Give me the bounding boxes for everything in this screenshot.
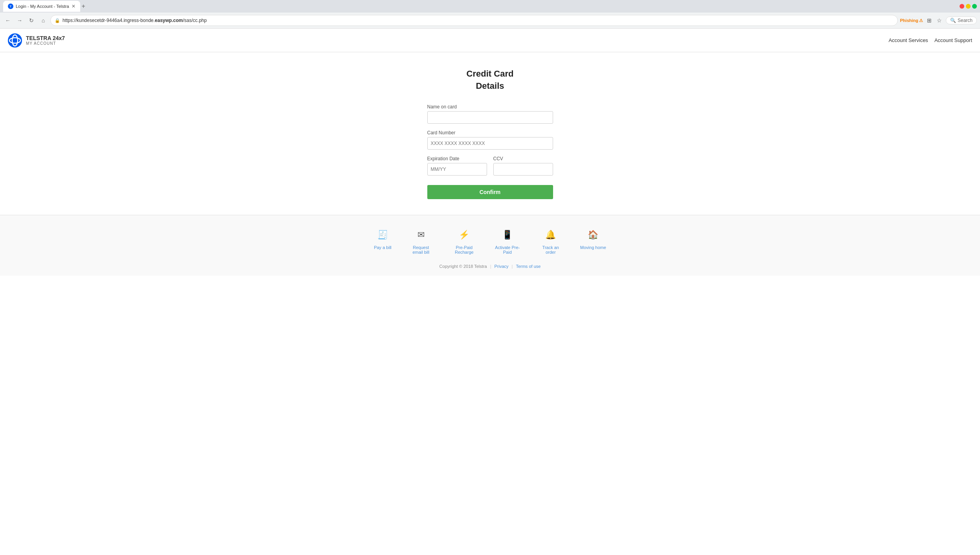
address-bar: ← → ↻ ⌂ 🔒 https://kundesecetdr-9446a4.in… [0, 13, 980, 28]
new-tab-button[interactable]: + [82, 3, 85, 10]
name-on-card-group: Name on card [427, 104, 553, 124]
name-on-card-label: Name on card [427, 104, 553, 110]
confirm-button[interactable]: Confirm [427, 185, 553, 199]
svg-point-0 [8, 33, 22, 48]
ccv-input[interactable] [493, 163, 553, 176]
card-number-group: Card Number [427, 130, 553, 150]
privacy-link[interactable]: Privacy [495, 264, 509, 269]
expiry-date-label: Expiration Date [427, 156, 487, 161]
window-controls [960, 4, 977, 9]
moving-home-label: Moving home [580, 245, 606, 250]
logo-subtitle: MY ACCOUNT [26, 41, 65, 46]
moving-home-icon: 🏠 [585, 227, 601, 243]
prepaid-recharge-label: Pre-Paid Recharge [450, 245, 478, 255]
footer-icons: 🧾 Pay a bill ✉ Request email bill ⚡ Pre-… [374, 227, 606, 255]
card-number-input[interactable] [427, 137, 553, 150]
request-email-bill-icon: ✉ [413, 227, 429, 243]
phishing-label: Phishing [900, 18, 918, 23]
track-order-icon: 🔔 [543, 227, 559, 243]
footer-prepaid-recharge[interactable]: ⚡ Pre-Paid Recharge [450, 227, 478, 255]
bookmark-icon[interactable]: ☆ [936, 16, 943, 24]
toolbar-right: ⊞ ☆ 🔍 Search [925, 16, 977, 24]
window-minimize-button[interactable] [966, 4, 971, 9]
main-content: Credit Card Details Name on card Card Nu… [0, 52, 980, 215]
logo-area: TELSTRA 24x7 MY ACCOUNT [8, 33, 65, 48]
url-text: https://kundesecetdr-9446a4.ingress-bond… [63, 18, 207, 23]
tab-close-button[interactable]: ✕ [72, 4, 75, 9]
activate-prepaid-icon: 📱 [500, 227, 515, 243]
reload-button[interactable]: ↻ [27, 16, 36, 25]
footer-pay-bill[interactable]: 🧾 Pay a bill [374, 227, 392, 250]
footer-copyright: Copyright © 2018 Telstra | Privacy | Ter… [439, 261, 541, 272]
footer-moving-home[interactable]: 🏠 Moving home [580, 227, 606, 250]
search-icon: 🔍 [950, 18, 956, 23]
name-on-card-input[interactable] [427, 111, 553, 124]
title-bar: T Login - My Account - Telstra ✕ + [0, 0, 980, 13]
pay-bill-label: Pay a bill [374, 245, 392, 250]
phishing-badge: Phishing ⚠ [900, 18, 923, 23]
tab-favicon: T [8, 4, 13, 9]
telstra-logo [8, 33, 22, 48]
account-services-link[interactable]: Account Services [888, 37, 928, 43]
footer-divider1: | [490, 264, 491, 269]
request-email-bill-label: Request email bill [407, 245, 435, 255]
activate-prepaid-label: Activate Pre-Paid [494, 245, 521, 255]
terms-link[interactable]: Terms of use [516, 264, 541, 269]
account-support-link[interactable]: Account Support [934, 37, 972, 43]
prepaid-recharge-icon: ⚡ [456, 227, 472, 243]
window-maximize-button[interactable] [972, 4, 977, 9]
credit-card-form: Name on card Card Number Expiration Date… [427, 104, 553, 199]
page-title: Credit Card Details [467, 68, 514, 92]
phishing-icon: ⚠ [919, 18, 923, 23]
card-number-label: Card Number [427, 130, 553, 136]
footer: 🧾 Pay a bill ✉ Request email bill ⚡ Pre-… [0, 215, 980, 276]
page-header: TELSTRA 24x7 MY ACCOUNT Account Services… [0, 29, 980, 52]
logo-title: TELSTRA 24x7 [26, 35, 65, 41]
search-label: Search [958, 18, 973, 23]
logo-text: TELSTRA 24x7 MY ACCOUNT [26, 35, 65, 46]
pay-bill-icon: 🧾 [375, 227, 390, 243]
expiry-date-group: Expiration Date [427, 156, 487, 176]
track-order-label: Track an order [537, 245, 564, 255]
footer-divider2: | [512, 264, 513, 269]
footer-request-email-bill[interactable]: ✉ Request email bill [407, 227, 435, 255]
extensions-icon[interactable]: ⊞ [925, 16, 933, 24]
copyright-text: Copyright © 2018 Telstra [439, 264, 487, 269]
window-close-button[interactable] [960, 4, 964, 9]
header-nav: Account Services Account Support [888, 37, 972, 43]
expiry-ccv-row: Expiration Date CCV [427, 156, 553, 182]
ccv-label: CCV [493, 156, 553, 161]
home-button[interactable]: ⌂ [39, 16, 48, 25]
back-button[interactable]: ← [3, 16, 13, 25]
expiry-date-input[interactable] [427, 163, 487, 176]
url-bar[interactable]: 🔒 https://kundesecetdr-9446a4.ingress-bo… [50, 15, 898, 26]
browser-chrome: T Login - My Account - Telstra ✕ + ← → ↻… [0, 0, 980, 29]
search-box[interactable]: 🔍 Search [946, 16, 977, 24]
browser-tab[interactable]: T Login - My Account - Telstra ✕ [3, 1, 80, 12]
forward-button[interactable]: → [15, 16, 24, 25]
ccv-group: CCV [493, 156, 553, 176]
footer-track-order[interactable]: 🔔 Track an order [537, 227, 564, 255]
footer-activate-prepaid[interactable]: 📱 Activate Pre-Paid [494, 227, 521, 255]
security-icon: 🔒 [55, 18, 60, 23]
tab-title: Login - My Account - Telstra [16, 4, 69, 9]
